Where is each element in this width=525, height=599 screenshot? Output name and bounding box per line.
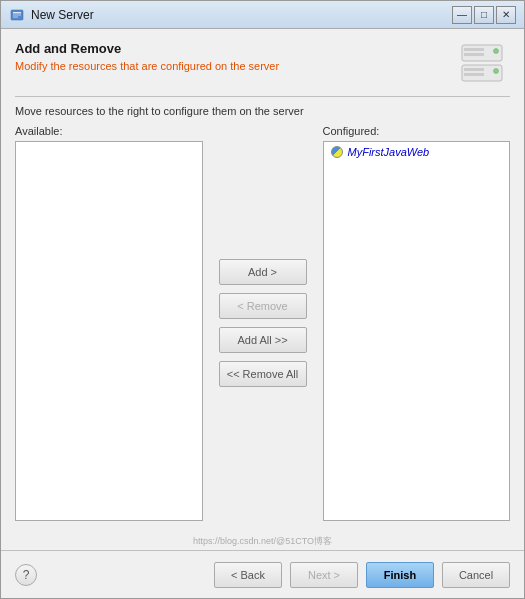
finish-button[interactable]: Finish bbox=[366, 562, 434, 588]
configured-item-name: MyFirstJavaWeb bbox=[348, 146, 430, 158]
close-button[interactable]: ✕ bbox=[496, 6, 516, 24]
svg-rect-6 bbox=[464, 53, 484, 56]
configured-label: Configured: bbox=[323, 125, 511, 137]
svg-rect-3 bbox=[13, 16, 18, 17]
svg-point-7 bbox=[494, 49, 499, 54]
list-item[interactable]: MyFirstJavaWeb bbox=[324, 142, 510, 162]
svg-point-11 bbox=[494, 69, 499, 74]
svg-rect-2 bbox=[13, 14, 21, 15]
content-area: Add and Remove Modify the resources that… bbox=[1, 29, 524, 533]
remove-button[interactable]: < Remove bbox=[219, 293, 307, 319]
available-panel: Available: bbox=[15, 125, 203, 521]
panels-area: Available: Add > < Remove Add All >> << … bbox=[15, 125, 510, 521]
window-title: New Server bbox=[31, 8, 452, 22]
instruction-text: Move resources to the right to configure… bbox=[15, 105, 510, 117]
maximize-button[interactable]: □ bbox=[474, 6, 494, 24]
help-button[interactable]: ? bbox=[15, 564, 37, 586]
watermark: https://blog.csdn.net/@51CTO博客 bbox=[1, 533, 524, 550]
add-button[interactable]: Add > bbox=[219, 259, 307, 285]
available-label: Available: bbox=[15, 125, 203, 137]
cancel-button[interactable]: Cancel bbox=[442, 562, 510, 588]
server-icon-svg bbox=[458, 41, 510, 86]
window: New Server — □ ✕ Add and Remove Modify t… bbox=[0, 0, 525, 599]
window-controls: — □ ✕ bbox=[452, 6, 516, 24]
add-all-button[interactable]: Add All >> bbox=[219, 327, 307, 353]
back-button[interactable]: < Back bbox=[214, 562, 282, 588]
minimize-button[interactable]: — bbox=[452, 6, 472, 24]
svg-rect-10 bbox=[464, 73, 484, 76]
available-list[interactable] bbox=[15, 141, 203, 521]
header-text: Add and Remove Modify the resources that… bbox=[15, 41, 448, 72]
server-icon bbox=[458, 41, 510, 86]
svg-rect-5 bbox=[464, 48, 484, 51]
svg-rect-9 bbox=[464, 68, 484, 71]
configured-panel: Configured: MyFirstJavaWeb bbox=[323, 125, 511, 521]
configured-list[interactable]: MyFirstJavaWeb bbox=[323, 141, 511, 521]
divider bbox=[15, 96, 510, 97]
middle-buttons: Add > < Remove Add All >> << Remove All bbox=[213, 125, 313, 521]
header-subtitle: Modify the resources that are configured… bbox=[15, 60, 448, 72]
header-section: Add and Remove Modify the resources that… bbox=[15, 41, 510, 86]
window-icon bbox=[9, 7, 25, 23]
svg-rect-1 bbox=[13, 12, 21, 14]
remove-all-button[interactable]: << Remove All bbox=[219, 361, 307, 387]
title-bar: New Server — □ ✕ bbox=[1, 1, 524, 29]
header-title: Add and Remove bbox=[15, 41, 448, 56]
next-button[interactable]: Next > bbox=[290, 562, 358, 588]
web-project-icon bbox=[330, 145, 344, 159]
footer: ? < Back Next > Finish Cancel bbox=[1, 550, 524, 598]
